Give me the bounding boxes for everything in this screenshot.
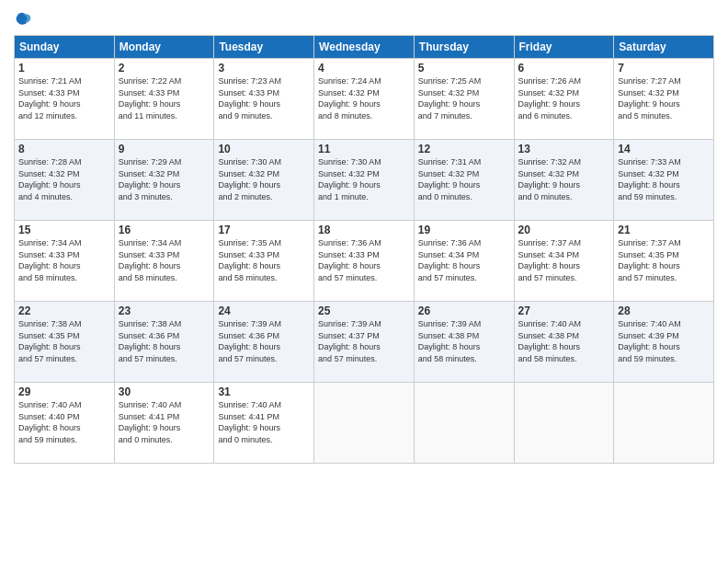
- day-info: Sunrise: 7:28 AM Sunset: 4:32 PM Dayligh…: [18, 156, 110, 202]
- day-info: Sunrise: 7:40 AM Sunset: 4:38 PM Dayligh…: [518, 318, 610, 364]
- day-info: Sunrise: 7:38 AM Sunset: 4:35 PM Dayligh…: [18, 318, 110, 364]
- day-number: 3: [218, 62, 310, 75]
- day-info: Sunrise: 7:40 AM Sunset: 4:39 PM Dayligh…: [618, 318, 710, 364]
- weekday-header-saturday: Saturday: [614, 36, 714, 59]
- day-number: 11: [318, 143, 410, 155]
- day-number: 26: [418, 304, 510, 317]
- calendar-cell: [414, 383, 514, 464]
- day-number: 12: [418, 143, 510, 155]
- calendar-cell: 19Sunrise: 7:36 AM Sunset: 4:34 PM Dayli…: [414, 221, 514, 302]
- day-number: 5: [418, 62, 510, 75]
- calendar-page: SundayMondayTuesdayWednesdayThursdayFrid…: [0, 0, 728, 563]
- calendar-cell: 14Sunrise: 7:33 AM Sunset: 4:32 PM Dayli…: [614, 140, 714, 221]
- calendar-cell: 9Sunrise: 7:29 AM Sunset: 4:32 PM Daylig…: [114, 140, 214, 221]
- calendar-cell: 30Sunrise: 7:40 AM Sunset: 4:41 PM Dayli…: [114, 383, 214, 464]
- calendar-cell: 13Sunrise: 7:32 AM Sunset: 4:32 PM Dayli…: [514, 140, 614, 221]
- day-number: 16: [119, 224, 210, 236]
- calendar-cell: 26Sunrise: 7:39 AM Sunset: 4:38 PM Dayli…: [414, 302, 514, 383]
- calendar-cell: 27Sunrise: 7:40 AM Sunset: 4:38 PM Dayli…: [514, 302, 614, 383]
- calendar-cell: 10Sunrise: 7:30 AM Sunset: 4:32 PM Dayli…: [214, 140, 314, 221]
- day-number: 17: [218, 224, 310, 236]
- calendar-cell: 20Sunrise: 7:37 AM Sunset: 4:34 PM Dayli…: [514, 221, 614, 302]
- day-number: 23: [119, 304, 210, 317]
- calendar-week-row: 29Sunrise: 7:40 AM Sunset: 4:40 PM Dayli…: [15, 383, 714, 464]
- day-number: 6: [518, 62, 610, 75]
- weekday-header-monday: Monday: [114, 36, 214, 59]
- calendar-week-row: 8Sunrise: 7:28 AM Sunset: 4:32 PM Daylig…: [15, 140, 714, 221]
- weekday-header-sunday: Sunday: [15, 36, 115, 59]
- calendar-cell: 6Sunrise: 7:26 AM Sunset: 4:32 PM Daylig…: [514, 59, 614, 140]
- calendar-cell: 16Sunrise: 7:34 AM Sunset: 4:33 PM Dayli…: [114, 221, 214, 302]
- day-info: Sunrise: 7:37 AM Sunset: 4:34 PM Dayligh…: [518, 237, 610, 283]
- weekday-header-row: SundayMondayTuesdayWednesdayThursdayFrid…: [15, 36, 714, 59]
- calendar-cell: 21Sunrise: 7:37 AM Sunset: 4:35 PM Dayli…: [614, 221, 714, 302]
- page-header: [14, 9, 714, 28]
- day-info: Sunrise: 7:22 AM Sunset: 4:33 PM Dayligh…: [119, 75, 210, 121]
- calendar-cell: 8Sunrise: 7:28 AM Sunset: 4:32 PM Daylig…: [15, 140, 115, 221]
- day-info: Sunrise: 7:39 AM Sunset: 4:38 PM Dayligh…: [418, 318, 510, 364]
- day-info: Sunrise: 7:23 AM Sunset: 4:33 PM Dayligh…: [218, 75, 310, 121]
- calendar-week-row: 22Sunrise: 7:38 AM Sunset: 4:35 PM Dayli…: [15, 302, 714, 383]
- calendar-cell: 1Sunrise: 7:21 AM Sunset: 4:33 PM Daylig…: [15, 59, 115, 140]
- day-number: 27: [518, 304, 610, 317]
- day-number: 8: [18, 143, 110, 155]
- calendar-cell: 24Sunrise: 7:39 AM Sunset: 4:36 PM Dayli…: [214, 302, 314, 383]
- calendar-cell: [614, 383, 714, 464]
- logo-icon: [14, 9, 32, 28]
- weekday-header-thursday: Thursday: [414, 36, 514, 59]
- calendar-cell: 12Sunrise: 7:31 AM Sunset: 4:32 PM Dayli…: [414, 140, 514, 221]
- calendar-cell: 18Sunrise: 7:36 AM Sunset: 4:33 PM Dayli…: [314, 221, 415, 302]
- day-info: Sunrise: 7:26 AM Sunset: 4:32 PM Dayligh…: [518, 75, 610, 121]
- day-info: Sunrise: 7:30 AM Sunset: 4:32 PM Dayligh…: [318, 156, 410, 202]
- day-number: 25: [318, 304, 410, 317]
- day-number: 31: [218, 385, 310, 398]
- day-info: Sunrise: 7:40 AM Sunset: 4:41 PM Dayligh…: [218, 399, 310, 445]
- calendar-cell: 17Sunrise: 7:35 AM Sunset: 4:33 PM Dayli…: [214, 221, 314, 302]
- day-info: Sunrise: 7:40 AM Sunset: 4:40 PM Dayligh…: [18, 399, 110, 445]
- calendar-cell: 5Sunrise: 7:25 AM Sunset: 4:32 PM Daylig…: [414, 59, 514, 140]
- day-number: 4: [318, 62, 410, 75]
- calendar-cell: 29Sunrise: 7:40 AM Sunset: 4:40 PM Dayli…: [15, 383, 115, 464]
- calendar-cell: 7Sunrise: 7:27 AM Sunset: 4:32 PM Daylig…: [614, 59, 714, 140]
- calendar-week-row: 1Sunrise: 7:21 AM Sunset: 4:33 PM Daylig…: [15, 59, 714, 140]
- weekday-header-tuesday: Tuesday: [214, 36, 314, 59]
- day-number: 21: [618, 224, 710, 236]
- weekday-header-wednesday: Wednesday: [314, 36, 415, 59]
- day-info: Sunrise: 7:29 AM Sunset: 4:32 PM Dayligh…: [119, 156, 210, 202]
- day-info: Sunrise: 7:40 AM Sunset: 4:41 PM Dayligh…: [119, 399, 210, 445]
- calendar-body: 1Sunrise: 7:21 AM Sunset: 4:33 PM Daylig…: [15, 59, 714, 464]
- day-info: Sunrise: 7:34 AM Sunset: 4:33 PM Dayligh…: [119, 237, 210, 283]
- calendar-header: SundayMondayTuesdayWednesdayThursdayFrid…: [15, 36, 714, 59]
- day-number: 18: [318, 224, 410, 236]
- day-number: 20: [518, 224, 610, 236]
- day-info: Sunrise: 7:27 AM Sunset: 4:32 PM Dayligh…: [618, 75, 710, 121]
- day-number: 24: [218, 304, 310, 317]
- logo: [14, 9, 34, 28]
- day-info: Sunrise: 7:21 AM Sunset: 4:33 PM Dayligh…: [18, 75, 110, 121]
- calendar-cell: 4Sunrise: 7:24 AM Sunset: 4:32 PM Daylig…: [314, 59, 415, 140]
- calendar-cell: 25Sunrise: 7:39 AM Sunset: 4:37 PM Dayli…: [314, 302, 415, 383]
- calendar-cell: 3Sunrise: 7:23 AM Sunset: 4:33 PM Daylig…: [214, 59, 314, 140]
- day-info: Sunrise: 7:31 AM Sunset: 4:32 PM Dayligh…: [418, 156, 510, 202]
- day-number: 29: [18, 385, 110, 398]
- day-number: 13: [518, 143, 610, 155]
- weekday-header-friday: Friday: [514, 36, 614, 59]
- day-info: Sunrise: 7:39 AM Sunset: 4:37 PM Dayligh…: [318, 318, 410, 364]
- day-number: 7: [618, 62, 710, 75]
- day-info: Sunrise: 7:32 AM Sunset: 4:32 PM Dayligh…: [518, 156, 610, 202]
- day-info: Sunrise: 7:38 AM Sunset: 4:36 PM Dayligh…: [119, 318, 210, 364]
- day-number: 9: [119, 143, 210, 155]
- day-info: Sunrise: 7:25 AM Sunset: 4:32 PM Dayligh…: [418, 75, 510, 121]
- day-number: 10: [218, 143, 310, 155]
- calendar-cell: [514, 383, 614, 464]
- calendar-cell: 15Sunrise: 7:34 AM Sunset: 4:33 PM Dayli…: [15, 221, 115, 302]
- calendar-cell: 28Sunrise: 7:40 AM Sunset: 4:39 PM Dayli…: [614, 302, 714, 383]
- day-info: Sunrise: 7:34 AM Sunset: 4:33 PM Dayligh…: [18, 237, 110, 283]
- calendar-table: SundayMondayTuesdayWednesdayThursdayFrid…: [14, 35, 714, 464]
- day-number: 28: [618, 304, 710, 317]
- calendar-cell: 22Sunrise: 7:38 AM Sunset: 4:35 PM Dayli…: [15, 302, 115, 383]
- day-info: Sunrise: 7:30 AM Sunset: 4:32 PM Dayligh…: [218, 156, 310, 202]
- day-info: Sunrise: 7:24 AM Sunset: 4:32 PM Dayligh…: [318, 75, 410, 121]
- day-info: Sunrise: 7:36 AM Sunset: 4:34 PM Dayligh…: [418, 237, 510, 283]
- day-info: Sunrise: 7:36 AM Sunset: 4:33 PM Dayligh…: [318, 237, 410, 283]
